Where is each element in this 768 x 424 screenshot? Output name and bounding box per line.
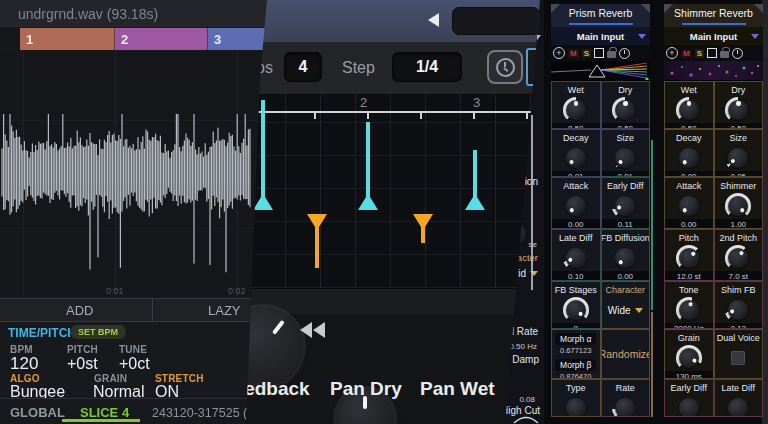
late-diff-cell: Late Diff	[714, 379, 764, 417]
screenshot-collage: Diffusion se Character Grid Mod Rate 0.5…	[0, 0, 768, 424]
bpm-value[interactable]: 120	[10, 354, 38, 374]
wet-knob[interactable]	[563, 97, 589, 123]
scrollbar[interactable]	[531, 115, 533, 290]
plugin-icon-row: + M S	[551, 45, 650, 61]
size-cell: Size0.05	[714, 129, 764, 177]
sampler-panel: undrgrnd.wav (93.18s) 1 2 3 0:01 0:02 AD…	[0, 0, 268, 424]
sample-title: undrgrnd.wav (93.18s)	[18, 6, 158, 22]
waveform[interactable]	[0, 50, 252, 298]
dry-cell: Dry0.50	[601, 81, 651, 129]
lazy-button[interactable]: LAZY	[208, 303, 241, 318]
mute-button[interactable]: M	[568, 49, 579, 58]
select-box-icon[interactable]	[594, 48, 604, 58]
slice-segment-2[interactable]: 2	[115, 28, 208, 50]
grain-knob[interactable]	[676, 345, 702, 371]
time-pitch-section: TIME/PITCH SET BPM BPM PITCH TUNE 120 +0…	[0, 322, 268, 398]
tune-value[interactable]: +0ct	[119, 355, 150, 373]
morph-a-label[interactable]: Morph α	[555, 333, 596, 345]
dry-cell: Dry0.50	[714, 81, 764, 129]
power-icon[interactable]	[619, 48, 630, 59]
size-cell: Size0.01	[601, 129, 651, 177]
time-pitch-tab[interactable]: TIME/PITCH	[8, 326, 76, 340]
sequencer-footer: Amp: 14% Feed: 100% Local	[238, 288, 542, 314]
select-box-icon[interactable]	[707, 48, 717, 58]
fb-diffusion-knob[interactable]	[612, 245, 638, 271]
slice-segment-3[interactable]: 3	[208, 28, 268, 50]
input-dropdown[interactable]: Main Input	[551, 27, 650, 45]
fb-stages-cell: FB Stages8	[551, 281, 601, 329]
wet-knob[interactable]	[676, 97, 702, 123]
rate-cell: Rate	[601, 379, 651, 417]
decay-knob[interactable]	[563, 145, 589, 171]
decay-cell: Decay0.00	[664, 129, 714, 177]
lock-icon[interactable]	[720, 51, 729, 58]
hi-damp-value: 0.08	[519, 395, 535, 404]
early-diff-knob[interactable]	[676, 395, 702, 418]
dry-knob[interactable]	[612, 97, 638, 123]
early-diff-knob[interactable]	[612, 193, 638, 219]
input-dropdown[interactable]: Main Input	[664, 27, 763, 45]
pan-wet-label: Pan Wet	[420, 378, 495, 400]
plugin-header[interactable]: Prism Reverb	[551, 4, 650, 27]
character-dropdown[interactable]: Wide	[608, 305, 643, 316]
size-knob[interactable]	[612, 145, 638, 171]
pan-dry-label: Pan Dry	[330, 378, 402, 400]
shimmer-knob-grid: Wet0.50 Dry0.50 Decay0.00 Size0.05 Attac…	[664, 81, 763, 417]
late-diff-knob[interactable]	[725, 395, 751, 418]
add-button[interactable]: ADD	[66, 303, 93, 318]
size-knob[interactable]	[725, 145, 751, 171]
randomize-button[interactable]: Randomize	[602, 330, 650, 378]
plugin-icon-row: + M S	[664, 45, 763, 61]
second-pitch-knob[interactable]	[725, 245, 751, 271]
dual-voice-checkbox[interactable]	[731, 351, 745, 365]
seq-marker[interactable]	[358, 122, 378, 210]
wave-time: 0:01	[106, 286, 124, 296]
shimmer-knob[interactable]	[725, 193, 751, 219]
tone-knob[interactable]	[676, 297, 702, 323]
late-diff-knob[interactable]	[563, 245, 589, 271]
morph-b-label[interactable]: Morph β	[555, 359, 596, 371]
panel-edge-line	[651, 140, 653, 310]
attack-knob[interactable]	[563, 193, 589, 219]
solo-button[interactable]: S	[695, 49, 704, 58]
waveform-area: 0:01 0:02	[0, 50, 268, 298]
seq-marker[interactable]	[465, 150, 485, 210]
seq-marker[interactable]	[307, 214, 327, 268]
dry-knob[interactable]	[725, 97, 751, 123]
lock-icon[interactable]	[607, 51, 616, 58]
tab-slice-4[interactable]: SLICE 4	[80, 405, 129, 420]
prism-artwork	[551, 61, 650, 81]
type-knob[interactable]	[563, 395, 589, 418]
attack-cell: Attack0.00	[664, 177, 714, 229]
reverb-rack: Prism Reverb Main Input + M S	[544, 0, 768, 424]
shim-fb-knob[interactable]	[725, 297, 751, 323]
add-icon[interactable]: +	[553, 47, 565, 59]
rewind-icon[interactable]	[300, 322, 325, 338]
plugin-header[interactable]: Shimmer Reverb	[664, 4, 763, 27]
sequencer-panel: Steps 4 Step 1/4 1 2 3 Amp: 14% Feed: 10…	[238, 0, 542, 424]
seq-marker[interactable]	[413, 214, 433, 243]
add-icon[interactable]: +	[666, 47, 678, 59]
mute-button[interactable]: M	[681, 49, 692, 58]
fb-stages-knob[interactable]	[563, 297, 589, 323]
pitch-value[interactable]: +0st	[67, 355, 98, 373]
pitch-label: PITCH	[67, 344, 98, 355]
shimmer-artwork	[664, 61, 763, 81]
tab-global[interactable]: GLOBAL	[10, 405, 65, 420]
attack-knob[interactable]	[676, 193, 702, 219]
tone-cell: Tone2000 Hz	[664, 281, 714, 329]
dual-voice-cell: Dual Voice	[714, 329, 764, 379]
decay-knob[interactable]	[676, 145, 702, 171]
solo-button[interactable]: S	[582, 49, 591, 58]
early-diff-cell: Early Diff0.11	[601, 177, 651, 229]
slice-segment-1[interactable]: 1	[20, 28, 115, 50]
attack-cell: Attack0.00	[551, 177, 601, 229]
rate-knob[interactable]	[612, 395, 638, 418]
power-icon[interactable]	[732, 48, 743, 59]
set-bpm-button[interactable]: SET BPM	[70, 325, 126, 339]
slice-bar: 1 2 3	[20, 28, 268, 50]
fb-diffusion-cell: FB Diffusion0.00	[601, 229, 651, 281]
shimmer-cell: Shimmer1.00	[714, 177, 764, 229]
pitch-knob[interactable]	[676, 245, 702, 271]
late-diff-cell: Late Diff0.10	[551, 229, 601, 281]
